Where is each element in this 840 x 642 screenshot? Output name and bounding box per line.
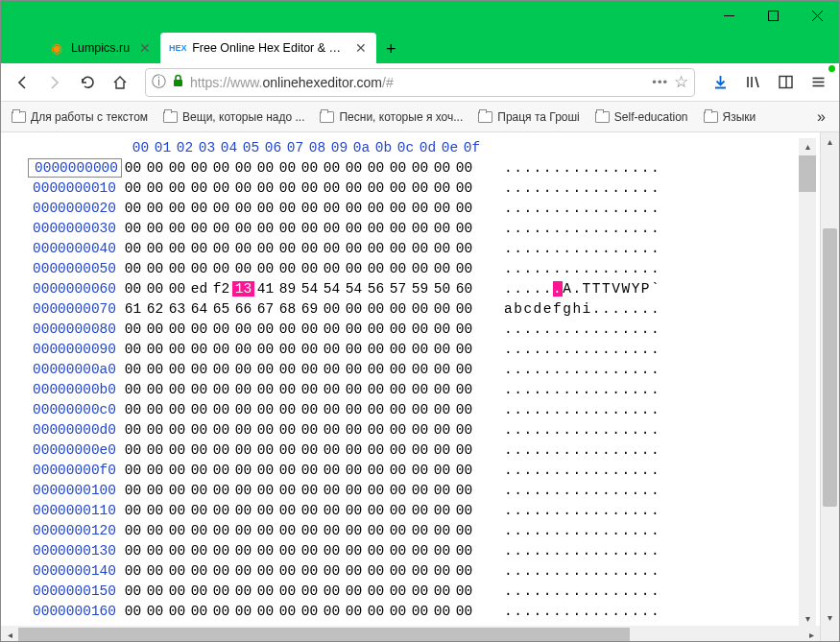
hex-ascii[interactable]: ................ [504,241,660,256]
hex-row[interactable]: 0000000100000000000000000000000000000000… [28,480,791,500]
tab-hexeditor[interactable]: HEX Free Online Hex Editor & Viewer ✕ [160,33,376,63]
hex-row[interactable]: 00000000f0000000000000000000000000000000… [28,460,791,480]
hex-row[interactable]: 0000000040000000000000000000000000000000… [28,238,791,258]
forward-button[interactable] [39,67,70,98]
close-window-button[interactable] [795,1,839,30]
scrollbar-thumb[interactable] [799,155,816,192]
library-button[interactable] [737,67,768,98]
hex-ascii[interactable]: ................ [504,201,660,216]
hex-ascii[interactable]: ................ [504,483,660,498]
bookmark-star-icon[interactable]: ☆ [674,72,688,92]
hex-bytes[interactable]: 00000000000000000000000000000000 [122,483,487,498]
scroll-up-icon[interactable]: ▴ [821,132,839,150]
new-tab-button[interactable]: + [376,35,405,63]
hex-bytes[interactable]: 000000edf21341895454545657595060 [122,281,487,297]
hex-ascii[interactable]: ................ [504,221,660,236]
hex-bytes[interactable]: 00000000000000000000000000000000 [122,362,487,377]
hex-bytes[interactable]: 00000000000000000000000000000000 [122,442,487,458]
scroll-right-icon[interactable]: ▸ [803,630,820,640]
site-info-icon[interactable]: ⓘ [152,73,166,91]
hex-bytes[interactable]: 00000000000000000000000000000000 [122,241,487,256]
maximize-button[interactable] [751,1,795,30]
hex-row[interactable]: 0000000160000000000000000000000000000000… [28,601,791,621]
bookmark-folder[interactable]: Праця та Гроші [473,107,585,127]
hex-row[interactable]: 0000000030000000000000000000000000000000… [28,218,791,238]
scroll-down-icon[interactable]: ▾ [821,608,839,626]
scroll-down-icon[interactable]: ▾ [799,610,816,626]
minimize-button[interactable] [707,1,751,30]
hex-ascii[interactable]: ................ [504,382,660,397]
bookmark-folder[interactable]: Песни, которые я хоч... [315,107,468,127]
hex-bytes[interactable]: 61626364656667686900000000000000 [122,301,487,317]
hex-bytes[interactable]: 00000000000000000000000000000000 [122,604,487,619]
hex-row[interactable]: 0000000060000000edf213418954545456575950… [28,278,791,298]
hex-ascii[interactable]: ................ [504,261,660,276]
hex-row[interactable]: 00000000e0000000000000000000000000000000… [28,440,791,460]
page-scrollbar[interactable]: ▴ ▾ [820,132,839,642]
hex-bytes[interactable]: 00000000000000000000000000000000 [122,563,487,579]
hex-ascii[interactable]: ................ [504,321,660,337]
hex-ascii[interactable]: ................ [504,523,660,538]
hex-bytes[interactable]: 00000000000000000000000000000000 [122,160,487,176]
home-button[interactable] [105,67,135,98]
hex-row[interactable]: 0000000050000000000000000000000000000000… [28,258,791,278]
bookmark-folder[interactable]: Вещи, которые надо ... [158,107,309,127]
hex-ascii[interactable]: ................ [504,402,660,417]
hex-ascii[interactable]: ......A.TTTVWYP` [504,281,660,297]
hex-bytes[interactable]: 00000000000000000000000000000000 [122,342,487,357]
bookmarks-overflow-icon[interactable]: » [809,108,833,126]
bookmark-folder[interactable]: Для работы с текстом [7,107,153,127]
hex-row[interactable]: 0000000120000000000000000000000000000000… [28,520,791,540]
hex-ascii[interactable]: ................ [504,362,660,377]
hex-ascii[interactable]: ................ [504,442,660,458]
bookmark-folder[interactable]: Языки [699,107,761,127]
hex-bytes[interactable]: 00000000000000000000000000000000 [122,583,487,599]
hex-row[interactable]: 0000000130000000000000000000000000000000… [28,540,791,560]
hex-bytes[interactable]: 00000000000000000000000000000000 [122,261,487,276]
hex-bytes[interactable]: 00000000000000000000000000000000 [122,221,487,236]
hex-ascii[interactable]: ................ [504,160,660,176]
hex-bytes[interactable]: 00000000000000000000000000000000 [122,321,487,337]
hex-ascii[interactable]: ................ [504,422,660,438]
hex-row[interactable]: 0000000110000000000000000000000000000000… [28,500,791,520]
hex-bytes[interactable]: 00000000000000000000000000000000 [122,382,487,397]
scroll-left-icon[interactable]: ◂ [1,630,18,640]
back-button[interactable] [7,67,37,98]
hex-ascii[interactable]: ................ [504,583,660,599]
url-bar[interactable]: ⓘ https://www.onlinehexeditor.com/# ••• … [145,68,695,97]
hex-ascii[interactable]: ................ [504,342,660,357]
hex-ascii[interactable]: ................ [504,563,660,579]
hex-row[interactable]: 0000000090000000000000000000000000000000… [28,339,791,359]
sidebar-button[interactable] [770,67,801,98]
hex-bytes[interactable]: 00000000000000000000000000000000 [122,523,487,538]
hex-row[interactable]: 0000000010000000000000000000000000000000… [28,178,791,198]
hex-row[interactable]: 0000000150000000000000000000000000000000… [28,581,791,601]
hex-row[interactable]: 0000000080000000000000000000000000000000… [28,319,791,339]
hex-bytes[interactable]: 00000000000000000000000000000000 [122,463,487,478]
page-actions-icon[interactable]: ••• [652,75,668,89]
close-tab-icon[interactable]: ✕ [139,40,151,56]
hex-bytes[interactable]: 00000000000000000000000000000000 [122,543,487,559]
hex-row[interactable]: 0000000000000000000000000000000000000000… [28,157,791,178]
hex-row[interactable]: 00000000a0000000000000000000000000000000… [28,359,791,379]
reload-button[interactable] [72,67,103,98]
scroll-up-icon[interactable]: ▴ [799,138,816,154]
hex-ascii[interactable]: abcdefghi....... [504,301,660,317]
hex-ascii[interactable]: ................ [504,503,660,518]
close-tab-icon[interactable]: ✕ [355,40,367,56]
hex-ascii[interactable]: ................ [504,180,660,196]
hex-bytes[interactable]: 00000000000000000000000000000000 [122,201,487,216]
hex-bytes[interactable]: 00000000000000000000000000000000 [122,503,487,518]
bookmark-folder[interactable]: Self-education [590,107,693,127]
menu-button[interactable] [803,67,833,98]
hex-ascii[interactable]: ................ [504,463,660,478]
inner-scrollbar[interactable]: ▴ ▾ [799,138,816,642]
horizontal-scrollbar[interactable]: ◂ ▸ [1,626,820,642]
tab-lumpics[interactable]: ◉ Lumpics.ru ✕ [39,33,160,63]
scrollbar-thumb[interactable] [823,228,837,507]
downloads-button[interactable] [705,67,735,98]
hex-bytes[interactable]: 00000000000000000000000000000000 [122,180,487,196]
hex-row[interactable]: 0000000070616263646566676869000000000000… [28,298,791,319]
hex-row[interactable]: 0000000140000000000000000000000000000000… [28,560,791,581]
hex-bytes[interactable]: 00000000000000000000000000000000 [122,422,487,438]
